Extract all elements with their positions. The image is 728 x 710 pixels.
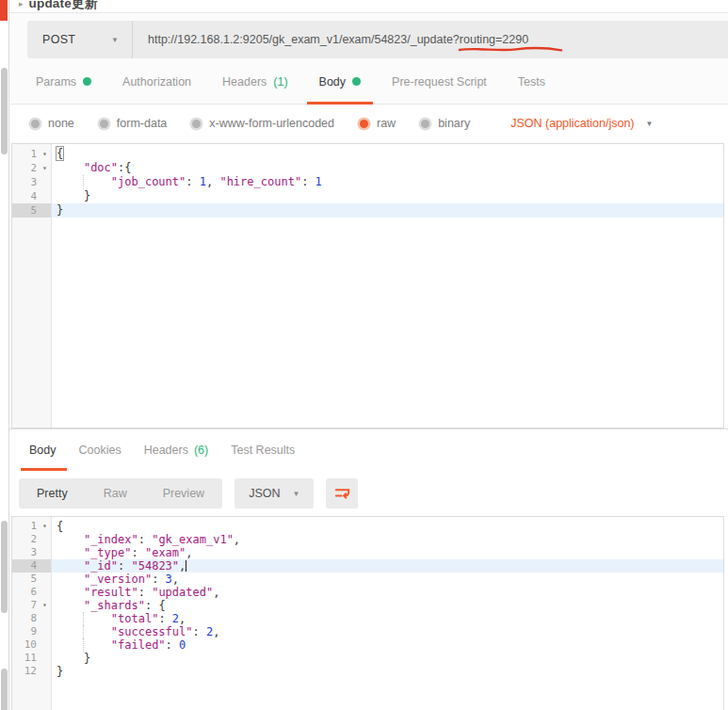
tab-label: Body	[319, 75, 347, 89]
content-type-label: JSON (application/json)	[510, 117, 634, 130]
content-type-select[interactable]: JSON (application/json)▼	[510, 117, 653, 130]
body-mode-x-www-form-urlencoded[interactable]: x-www-form-urlencoded	[192, 117, 334, 130]
code-line-1[interactable]: 1▾{	[12, 520, 723, 533]
radio-icon	[100, 120, 108, 128]
radio-label: form-data	[117, 117, 168, 130]
sidebar-scrollbar-thumb[interactable]	[1, 669, 8, 710]
line-number: 4	[12, 559, 39, 573]
tab-authorization[interactable]: Authorization	[122, 59, 191, 104]
request-tabs: ParamsAuthorizationHeaders(1)BodyPre-req…	[10, 59, 728, 104]
gutter-cell: 1▾	[12, 520, 52, 533]
method-select[interactable]: POST ▼	[27, 21, 133, 58]
code-line-8[interactable]: 8 "total": 2,	[12, 612, 723, 625]
tab-test-results[interactable]: Test Results	[231, 429, 295, 471]
tab-tests[interactable]: Tests	[518, 59, 545, 104]
code-line-3[interactable]: 3 "_type": "exam",	[12, 546, 723, 559]
code-line-5[interactable]: 5 "_version": 3,	[12, 573, 723, 586]
green-dot-icon	[352, 77, 361, 86]
tab-label: Pre-request Script	[392, 75, 487, 89]
gutter-cell: 8	[12, 612, 52, 625]
code-line-10[interactable]: 10 "failed": 0	[12, 638, 723, 652]
radio-label: raw	[377, 117, 396, 130]
code-line-4[interactable]: 4 "_id": "54823",	[12, 559, 723, 573]
code-line-7[interactable]: 7▾ "_shards": {	[12, 599, 723, 612]
tab-pre-request-script[interactable]: Pre-request Script	[392, 59, 487, 104]
line-number: 9	[12, 625, 39, 638]
tab-label: Headers	[144, 444, 188, 457]
code-text: "result": "updated",	[52, 586, 723, 599]
fold-arrow-icon[interactable]: ▾	[39, 161, 51, 175]
sidebar-scrollbar-thumb[interactable]	[1, 521, 8, 613]
code-line-11[interactable]: 11 }	[12, 652, 723, 665]
sidebar-edge	[0, 0, 9, 710]
annotation-red-underline	[458, 46, 563, 54]
line-number: 6	[12, 586, 39, 599]
response-body-editor[interactable]: 1▾{2 "_index": "gk_exam_v1",3 "_type": "…	[11, 516, 724, 710]
code-text: }	[52, 665, 723, 678]
body-mode-form-data[interactable]: form-data	[100, 117, 168, 130]
code-line-3[interactable]: 3 "job_count": 1, "hire_count": 1	[12, 175, 723, 189]
chevron-down-icon: ▼	[292, 490, 299, 498]
fold-arrow-icon[interactable]: ▾	[39, 147, 51, 161]
tab-headers[interactable]: Headers(1)	[222, 59, 288, 104]
gutter-cell: 2	[12, 533, 52, 546]
code-line-4[interactable]: 4 }	[12, 189, 723, 203]
tab-label: Headers	[222, 75, 267, 89]
response-format-select[interactable]: JSON ▼	[235, 478, 314, 508]
code-text: {	[52, 147, 723, 161]
code-line-2[interactable]: 2▾ "doc":{	[12, 161, 723, 175]
url-bar: POST ▼ http://192.168.1.2:9205/gk_exam_v…	[27, 21, 728, 58]
tab-label: Test Results	[231, 444, 295, 457]
tab-params[interactable]: Params	[36, 59, 91, 104]
url-input[interactable]: http://192.168.1.2:9205/gk_exam_v1/exam/…	[133, 21, 728, 58]
code-line-1[interactable]: 1▾{	[12, 147, 723, 161]
sidebar-active-indicator	[0, 0, 8, 21]
view-raw-button[interactable]: Raw	[86, 478, 145, 508]
code-text: {	[52, 520, 723, 533]
code-line-9[interactable]: 9 "successful": 2,	[12, 625, 723, 638]
format-label: JSON	[249, 487, 280, 500]
view-preview-button[interactable]: Preview	[145, 478, 222, 508]
method-label: POST	[42, 33, 75, 46]
gutter-cell: 12	[12, 665, 52, 678]
radio-icon	[31, 120, 40, 128]
tab-body[interactable]: Body	[29, 429, 57, 471]
line-number: 1	[12, 147, 39, 161]
gutter-cell: 1▾	[12, 147, 52, 161]
gutter-cell: 5	[12, 573, 52, 586]
code-text: "_shards": {	[52, 599, 723, 612]
code-line-2[interactable]: 2 "_index": "gk_exam_v1",	[12, 533, 723, 546]
line-number: 7	[12, 599, 39, 612]
line-number: 1	[12, 520, 39, 533]
view-pretty-button[interactable]: Pretty	[19, 478, 86, 508]
sidebar-scrollbar-thumb[interactable]	[1, 68, 8, 154]
code-line-6[interactable]: 6 "result": "updated",	[12, 586, 723, 599]
fold-arrow-icon[interactable]: ▾	[39, 520, 51, 533]
indent-guide	[83, 625, 84, 638]
code-text: "_id": "54823",	[52, 559, 723, 573]
code-line-12[interactable]: 12}	[12, 665, 723, 678]
request-body-editor[interactable]: 1▾{2▾ "doc":{3 "job_count": 1, "hire_cou…	[11, 143, 724, 428]
body-mode-raw[interactable]: raw	[360, 117, 396, 130]
body-mode-none[interactable]: none	[31, 117, 74, 130]
line-number: 2	[12, 161, 39, 175]
tab-count-badge: (1)	[273, 75, 287, 89]
code-text: "failed": 0	[52, 638, 723, 652]
tab-headers[interactable]: Headers(6)	[144, 429, 209, 471]
tab-body[interactable]: Body	[319, 59, 362, 104]
indent-guide	[83, 612, 84, 625]
tab-label: Cookies	[79, 444, 121, 457]
code-text: "job_count": 1, "hire_count": 1	[52, 175, 723, 189]
fold-arrow-icon[interactable]: ▾	[39, 599, 51, 612]
line-number: 2	[12, 533, 39, 546]
code-line-5[interactable]: 5}	[12, 203, 723, 218]
url-routing-param: ?routing=2290	[453, 33, 528, 46]
gutter-cell: 3	[12, 546, 52, 559]
collapse-arrow-icon[interactable]: ▸	[19, 0, 24, 8]
radio-icon	[360, 120, 368, 128]
green-dot-icon	[83, 77, 91, 86]
body-mode-binary[interactable]: binary	[421, 117, 470, 130]
response-view-toggle: PrettyRawPreview	[19, 478, 222, 508]
wrap-text-button[interactable]	[326, 478, 358, 508]
tab-cookies[interactable]: Cookies	[79, 429, 121, 471]
